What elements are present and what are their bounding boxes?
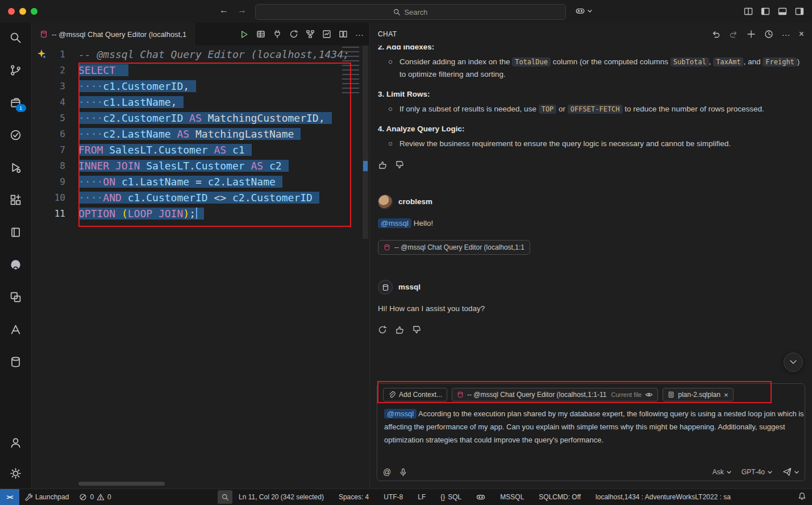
query-plan-button[interactable] <box>322 30 331 39</box>
model-picker-dropdown[interactable]: GPT-4o <box>742 468 772 476</box>
testing-view-button[interactable] <box>9 128 23 142</box>
extensions-icon <box>10 194 22 206</box>
zoom-widget-button[interactable] <box>218 490 232 504</box>
redo-icon[interactable] <box>729 30 738 39</box>
problems-status-item[interactable]: 0 0 <box>74 489 116 505</box>
chevron-down-icon <box>768 471 772 474</box>
indentation-status[interactable]: Spaces: 4 <box>339 493 369 501</box>
code-line[interactable]: 6····c2.LastName AS MatchingLastName <box>32 126 369 142</box>
accounts-button[interactable] <box>9 436 23 449</box>
zoom-window-button[interactable] <box>31 8 38 15</box>
chat-more-actions-icon[interactable]: ··· <box>782 30 790 39</box>
thumbs-down-icon[interactable] <box>412 325 421 334</box>
account-menu-button[interactable] <box>575 6 592 16</box>
language-mode-status[interactable]: {}SQL <box>440 493 461 501</box>
context-chip-label: -- @mssql Chat Query Editor (localhost,1… <box>467 391 606 399</box>
code-line[interactable]: 5····c2.CustomerID AS MatchingCustomerID… <box>32 110 369 126</box>
chat-input-container[interactable]: Add Context... -- @mssql Chat Query Edit… <box>377 383 805 481</box>
encoding-status[interactable]: UTF-8 <box>384 493 403 501</box>
sqlcmd-status[interactable]: SQLCMD: Off <box>539 493 581 501</box>
code-line[interactable]: 7FROM SalesLT.Customer AS c1 <box>32 142 369 158</box>
azure-view-button[interactable] <box>9 322 23 336</box>
more-actions-icon[interactable]: ··· <box>355 30 364 39</box>
chat-input-text[interactable]: @mssql According to the execution plan s… <box>377 403 811 446</box>
regenerate-icon[interactable] <box>378 325 387 334</box>
code-line[interactable]: 9····ON c1.LastName = c2.LastName <box>32 174 369 190</box>
copilot-status-icon[interactable] <box>476 492 485 502</box>
code-line[interactable]: 1-- @mssql Chat Query Editor (localhost,… <box>32 47 369 63</box>
split-editor-button[interactable] <box>339 30 348 39</box>
mention-icon[interactable]: @ <box>383 467 391 477</box>
eye-icon[interactable] <box>645 391 653 399</box>
bullet-icon: ○ <box>388 103 393 115</box>
toggle-secondary-sidebar-icon[interactable] <box>795 7 804 16</box>
context-row: Add Context... -- @mssql Chat Query Edit… <box>377 384 805 403</box>
eol-status[interactable]: LF <box>418 493 426 501</box>
minimize-window-button[interactable] <box>19 8 26 15</box>
cursor-position-status[interactable]: Ln 11, Col 20 (342 selected) <box>239 493 324 501</box>
chat-mode-dropdown[interactable]: Ask <box>713 468 731 476</box>
remote-explorer-view-button[interactable] <box>9 290 23 304</box>
notifications-button[interactable] <box>798 492 806 500</box>
connect-button[interactable] <box>273 30 282 39</box>
github-view-button[interactable] <box>9 258 23 271</box>
remove-context-icon[interactable]: × <box>724 391 728 399</box>
code-lines[interactable]: 1-- @mssql Chat Query Editor (localhost,… <box>32 47 369 222</box>
change-connection-button[interactable] <box>289 30 298 39</box>
message-attachment-chip[interactable]: -- @mssql Chat Query Editor (localhost,1… <box>378 240 530 255</box>
code-line[interactable]: 11OPTION (LOOP JOIN); <box>32 206 369 222</box>
assistant-turn-header: mssql <box>378 280 804 295</box>
code-editor[interactable]: 1-- @mssql Chat Query Editor (localhost,… <box>32 45 369 489</box>
error-icon <box>79 493 87 501</box>
extension-blocks-view-button[interactable] <box>9 193 23 206</box>
undo-icon[interactable] <box>711 30 721 39</box>
toggle-panel-icon[interactable] <box>778 7 787 16</box>
list-item-heading: 4. Analyze Query Logic: <box>378 123 804 135</box>
thumbs-down-icon[interactable] <box>395 160 404 169</box>
navigate-forward-icon[interactable]: → <box>238 5 247 15</box>
add-context-button[interactable]: Add Context... <box>383 388 447 401</box>
source-control-view-button[interactable] <box>9 63 23 77</box>
navigate-back-icon[interactable]: ← <box>219 5 228 15</box>
bullet-icon: ○ <box>388 138 393 150</box>
code-line[interactable]: 4····c1.LastName, <box>32 94 369 110</box>
mssql-status[interactable]: MSSQL <box>500 493 524 501</box>
settings-button[interactable] <box>9 466 23 480</box>
chevron-down-icon <box>588 10 592 13</box>
scroll-to-bottom-button[interactable] <box>784 353 803 372</box>
context-chip-plan-file[interactable]: plan-2.sqlplan × <box>663 388 733 401</box>
run-query-button[interactable] <box>239 30 249 39</box>
launchpad-status-item[interactable]: Launchpad <box>19 489 74 505</box>
code-line[interactable]: 2SELECT <box>32 63 369 78</box>
mssql-view-button[interactable] <box>9 355 23 369</box>
scrollbar-slider[interactable] <box>363 45 368 239</box>
toggle-primary-sidebar-icon[interactable] <box>761 7 770 16</box>
connection-status[interactable]: localhost,1434 : AdventureWorksLT2022 : … <box>596 493 731 501</box>
command-center-search[interactable]: Search <box>255 4 566 20</box>
results-grid-button[interactable] <box>256 30 265 39</box>
close-chat-icon[interactable]: × <box>799 29 804 39</box>
chat-history-icon[interactable] <box>764 30 773 39</box>
code-line[interactable]: 3····c1.CustomerID, <box>32 78 369 94</box>
tab-mssql-chat-query-editor[interactable]: -- @mssql Chat Query Editor (localhost,1 <box>32 23 195 45</box>
line-number: 9 <box>32 174 74 190</box>
estimated-plan-button[interactable] <box>306 30 315 39</box>
remote-indicator[interactable]: >< <box>0 489 19 505</box>
context-chip-editor[interactable]: -- @mssql Chat Query Editor (localhost,1… <box>452 388 658 401</box>
layout-columns-icon[interactable] <box>744 7 753 16</box>
code-line[interactable]: 8INNER JOIN SalesLT.Customer AS c2 <box>32 158 369 174</box>
thumbs-up-icon[interactable] <box>395 325 404 334</box>
run-debug-view-button[interactable] <box>9 160 23 174</box>
horizontal-scrollbar[interactable] <box>78 482 165 486</box>
code-line[interactable]: 10····AND c1.CustomerID <> c2.CustomerID <box>32 190 369 206</box>
new-chat-icon[interactable] <box>747 30 756 39</box>
close-window-button[interactable] <box>8 8 15 15</box>
notebooks-view-button[interactable] <box>9 225 23 239</box>
microphone-icon[interactable] <box>399 468 407 477</box>
send-button[interactable] <box>782 467 799 477</box>
extensions-view-button[interactable]: 1 <box>9 96 23 109</box>
vertical-scrollbar[interactable] <box>361 45 369 489</box>
minimap[interactable] <box>342 47 359 96</box>
thumbs-up-icon[interactable] <box>378 160 387 169</box>
search-view-button[interactable] <box>9 31 23 44</box>
